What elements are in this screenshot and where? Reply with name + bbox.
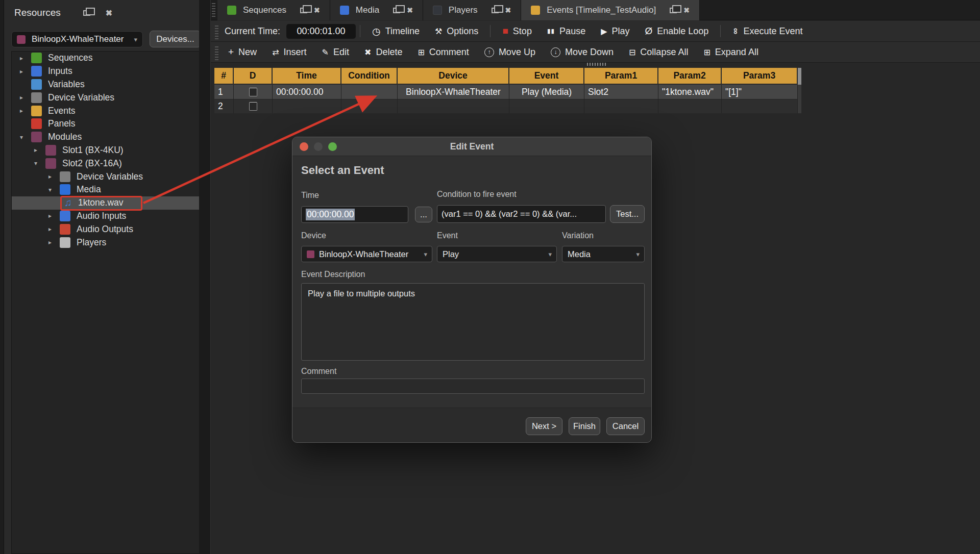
tree-item-players[interactable]: ▸ Players [12,236,202,249]
column-header-time[interactable]: Time [273,68,341,85]
tab-players[interactable]: Players ✖ [423,0,521,20]
tree-item-variables[interactable]: Variables [12,78,202,91]
close-tab-icon[interactable]: ✖ [314,6,320,14]
next-button[interactable]: Next > [526,417,562,435]
cell-num[interactable]: 1 [214,85,234,99]
chevron-down-icon[interactable]: ▾ [48,186,60,193]
column-header-d[interactable]: D [234,68,273,85]
new-button[interactable]: + New [220,42,264,62]
tree-item-audio-inputs[interactable]: ▸ Audio Inputs [12,210,202,223]
tree-item-audio-outputs[interactable]: ▸ Audio Outputs [12,222,202,236]
undock-tab-icon[interactable] [492,8,499,13]
time-input[interactable]: 00:00:00.00 [301,206,408,223]
chevron-right-icon[interactable]: ▸ [48,239,60,246]
cell-num[interactable]: 2 [214,99,234,113]
test-condition-button[interactable]: Test... [610,205,645,223]
event-dropdown[interactable]: Play ▾ [437,246,557,262]
column-header-device[interactable]: Device [398,68,509,85]
move-down-button[interactable]: ↓ Move Down [543,42,621,62]
tree-item-events[interactable]: ▸ Events [12,104,202,117]
options-button[interactable]: ⚒ Options [427,21,486,41]
close-tab-icon[interactable]: ✖ [505,6,511,14]
chevron-right-icon[interactable]: ▸ [20,107,31,114]
cell-disable[interactable] [234,85,273,99]
chevron-right-icon[interactable]: ▸ [20,68,31,75]
chevron-down-icon[interactable]: ▾ [34,160,45,167]
cell-param1[interactable] [584,99,658,113]
device-selector-dropdown[interactable]: BinloopX-WhaleTheater ▾ [11,31,143,47]
execute-event-button[interactable]: ∞ Execute Event [725,21,810,41]
undock-tab-icon[interactable] [393,8,400,13]
stop-button[interactable]: ■ Stop [495,21,540,41]
undock-panel-icon[interactable] [83,10,90,16]
chevron-right-icon[interactable]: ▸ [48,173,60,180]
toolbar-grip-handle[interactable] [212,3,215,17]
undock-tab-icon[interactable] [670,8,677,13]
column-header-condition[interactable]: Condition [341,68,398,85]
condition-input[interactable]: (var1 == 0) && (var2 == 0) && (var... [437,205,606,223]
close-tab-icon[interactable]: ✖ [407,6,413,14]
cell-device[interactable]: BinloopX-WhaleTheater [398,85,509,99]
tree-item-panels[interactable]: Panels [12,117,202,131]
collapse-all-button[interactable]: ⊟ Collapse All [621,42,696,62]
current-time-input[interactable]: 00:00:01.00 [286,24,356,39]
chevron-right-icon[interactable]: ▸ [48,225,60,233]
insert-button[interactable]: ⇄ Insert [264,42,314,62]
table-scrollbar[interactable] [798,85,801,113]
comment-button[interactable]: ⊞ Comment [410,42,476,62]
disable-checkbox[interactable] [249,102,257,111]
undock-tab-icon[interactable] [300,8,307,13]
tree-item-device-variables[interactable]: ▸ Device Variables [12,91,202,104]
chevron-right-icon[interactable]: ▸ [34,146,45,154]
chevron-right-icon[interactable]: ▸ [20,55,31,62]
timeline-button[interactable]: ◷ Timeline [364,21,427,41]
cell-param2[interactable] [658,99,722,113]
cell-disable[interactable] [234,99,273,113]
tree-item-modules[interactable]: ▾ Modules [12,131,202,144]
cell-condition[interactable] [341,85,398,99]
cell-param3[interactable] [722,99,798,113]
chevron-right-icon[interactable]: ▸ [20,94,31,101]
toolbar-grip-handle[interactable] [215,46,218,61]
column-splitter-handle[interactable] [587,63,606,66]
tree-item-slot2[interactable]: ▾ Slot2 (BX-16A) [12,157,202,170]
dialog-title-bar[interactable]: Edit Event [292,137,651,156]
tree-item-inputs[interactable]: ▸ Inputs [12,65,202,78]
cell-device[interactable] [398,99,509,113]
chevron-right-icon[interactable]: ▸ [48,212,60,219]
tree-item-sequences[interactable]: ▸ Sequences [12,52,202,65]
column-header-param1[interactable]: Param1 [584,68,658,85]
tab-events-timeline-testaudio[interactable]: Events [Timeline_TestAudio] ✖ [521,0,700,20]
column-header-param2[interactable]: Param2 [658,68,722,85]
tab-sequences[interactable]: Sequences ✖ [217,0,330,20]
variation-dropdown[interactable]: Media ▾ [562,246,645,262]
cell-condition[interactable] [341,99,398,113]
cell-param2[interactable]: "1ktone.wav" [658,85,722,99]
cell-event[interactable]: Play (Media) [509,85,584,99]
cell-param1[interactable]: Slot2 [584,85,658,99]
cell-time[interactable] [273,99,341,113]
finish-button[interactable]: Finish [569,417,600,435]
device-dropdown[interactable]: BinloopX-WhaleTheater ▾ [301,246,432,262]
tab-media[interactable]: Media ✖ [330,0,423,20]
browse-time-button[interactable]: ... [415,207,432,222]
column-header-num[interactable]: # [214,68,234,85]
play-button[interactable]: ▶ Play [593,21,637,41]
column-header-event[interactable]: Event [509,68,584,85]
panel-splitter[interactable] [199,0,211,554]
move-up-button[interactable]: ↑ Move Up [477,42,543,62]
cell-time[interactable]: 00:00:00.00 [273,85,341,99]
disable-checkbox[interactable] [249,88,257,96]
edit-button[interactable]: ✎ Edit [314,42,357,62]
expand-all-button[interactable]: ⊞ Expand All [696,42,766,62]
tree-item-slot1[interactable]: ▸ Slot1 (BX-4KU) [12,144,202,157]
close-panel-icon[interactable]: ✖ [106,8,112,18]
cell-param3[interactable]: "[1]" [722,85,798,99]
cell-event[interactable] [509,99,584,113]
cancel-button[interactable]: Cancel [606,417,645,435]
comment-input[interactable] [301,379,645,394]
enable-loop-button[interactable]: Ø Enable Loop [637,21,716,41]
tree-item-media[interactable]: ▾ Media [12,183,202,196]
pause-button[interactable]: ▮▮ Pause [540,21,593,41]
close-tab-icon[interactable]: ✖ [683,6,690,14]
